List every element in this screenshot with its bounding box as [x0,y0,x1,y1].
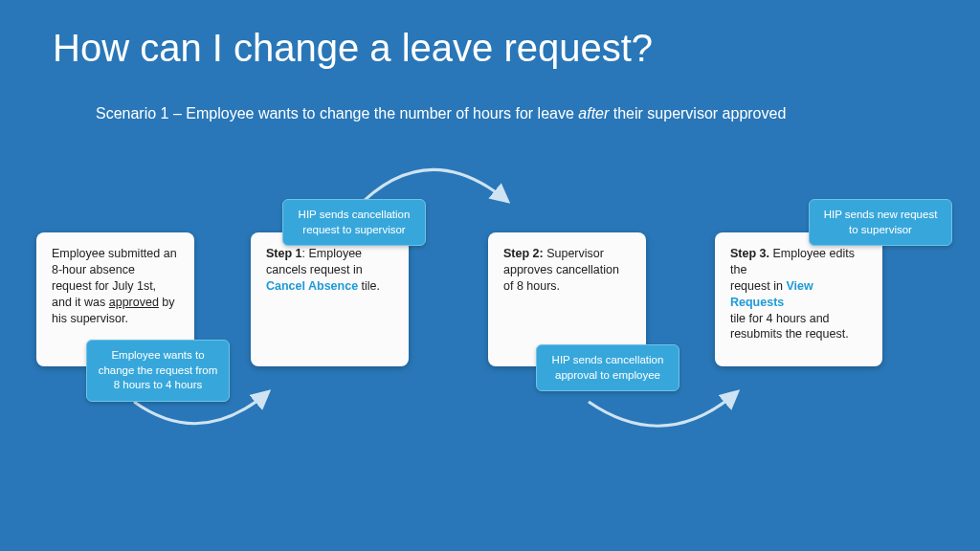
t: and it was [52,296,109,309]
link-cancel-absence: Cancel Absence [266,279,358,293]
step-label: Step 1 [266,247,302,260]
t: Employee submitted an [52,247,177,260]
callout-employee-wants: Employee wants to change the request fro… [86,340,230,402]
t: change the request from [99,364,218,376]
t: 8 hours to 4 hours [114,379,203,390]
t: by [159,296,175,309]
t: Supervisor [544,247,604,260]
step-label: Step 3. [730,247,769,260]
t: request in [730,279,786,293]
callout-hip-new-request: HIP sends new request to supervisor [809,199,952,246]
t: HIP sends new request [824,209,938,220]
t: HIP sends cancellation [299,209,411,220]
t: HIP sends cancellation [552,354,664,365]
callout-hip-cancel-request: HIP sends cancellation request to superv… [282,199,426,246]
callout-hip-approval: HIP sends cancellation approval to emplo… [536,344,679,391]
t: cancels request in [266,263,363,276]
diagram-stage: Employee submitted an 8-hour absence req… [0,0,980,551]
t: his supervisor. [52,312,128,325]
t: request to supervisor [302,224,405,235]
t: 8-hour absence [52,263,135,276]
t: approval to employee [555,369,660,381]
t-underline: approved [109,296,159,309]
card-step1: Step 1: Employee cancels request in Canc… [251,232,409,366]
t: : Employee [302,247,363,260]
t: to supervisor [849,224,912,235]
t: approves cancellation [503,263,619,276]
t: Employee wants to [111,349,204,361]
t: of 8 hours. [503,279,560,293]
step-label: Step 2: [503,247,544,260]
t: request for July 1st, [52,279,156,293]
t: resubmits the request. [730,327,849,341]
card-step3: Step 3. Employee edits the request in Vi… [715,232,882,366]
t: tile. [358,279,380,293]
t: tile for 4 hours and [730,312,830,325]
